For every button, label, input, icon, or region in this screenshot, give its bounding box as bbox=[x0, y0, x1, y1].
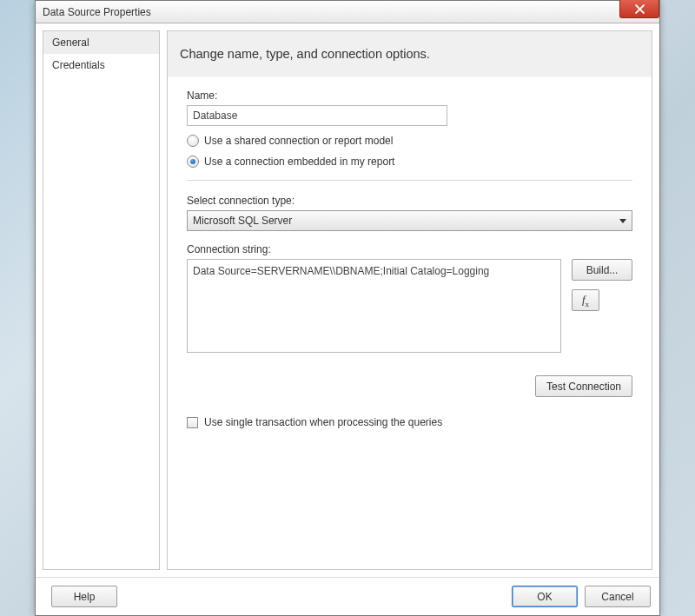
help-button[interactable]: Help bbox=[51, 586, 117, 607]
dialog-footer: Help OK Cancel bbox=[36, 577, 659, 615]
window-title: Data Source Properties bbox=[43, 6, 151, 18]
radio-shared-row[interactable]: Use a shared connection or report model bbox=[187, 135, 632, 147]
fx-icon: fx bbox=[582, 293, 589, 308]
close-button[interactable] bbox=[619, 0, 659, 18]
connection-string-row: Build... fx bbox=[187, 259, 632, 353]
data-source-properties-dialog: Data Source Properties General Credentia… bbox=[35, 0, 660, 616]
radio-shared-label: Use a shared connection or report model bbox=[204, 135, 393, 147]
sidebar-item-label: Credentials bbox=[52, 59, 105, 71]
single-transaction-checkbox[interactable] bbox=[187, 417, 198, 428]
expression-button[interactable]: fx bbox=[572, 289, 599, 311]
radio-embedded-row[interactable]: Use a connection embedded in my report bbox=[187, 156, 632, 168]
test-connection-row: Test Connection bbox=[187, 375, 632, 397]
connection-type-value: Microsoft SQL Server bbox=[193, 215, 292, 227]
chevron-down-icon bbox=[619, 219, 626, 223]
radio-embedded-label: Use a connection embedded in my report bbox=[204, 156, 394, 168]
connection-string-input[interactable] bbox=[187, 259, 561, 353]
connection-type-label: Select connection type: bbox=[187, 195, 632, 207]
sidebar-item-label: General bbox=[52, 36, 89, 49]
connection-type-dropdown[interactable]: Microsoft SQL Server bbox=[187, 210, 632, 231]
name-label: Name: bbox=[187, 89, 632, 102]
radio-embedded[interactable] bbox=[187, 156, 199, 168]
content-panel: Change name, type, and connection option… bbox=[167, 30, 652, 570]
titlebar[interactable]: Data Source Properties bbox=[36, 1, 659, 23]
test-connection-button[interactable]: Test Connection bbox=[535, 375, 632, 397]
content-body: Name: Use a shared connection or report … bbox=[168, 77, 652, 569]
page-header: Change name, type, and connection option… bbox=[168, 31, 652, 77]
name-input[interactable] bbox=[187, 105, 447, 126]
sidebar-item-credentials[interactable]: Credentials bbox=[43, 54, 159, 76]
sidebar-item-general[interactable]: General bbox=[43, 31, 159, 54]
ok-button[interactable]: OK bbox=[512, 586, 578, 607]
single-transaction-label: Use single transaction when processing t… bbox=[204, 416, 442, 428]
single-transaction-row[interactable]: Use single transaction when processing t… bbox=[187, 416, 632, 428]
connection-string-label: Connection string: bbox=[187, 243, 632, 255]
sidebar: General Credentials bbox=[43, 30, 160, 570]
build-button[interactable]: Build... bbox=[572, 259, 632, 281]
dialog-body: General Credentials Change name, type, a… bbox=[36, 23, 659, 577]
close-icon bbox=[635, 4, 645, 14]
connection-side-buttons: Build... fx bbox=[572, 259, 632, 353]
radio-shared[interactable] bbox=[187, 135, 199, 147]
cancel-button[interactable]: Cancel bbox=[585, 586, 651, 607]
divider bbox=[187, 180, 632, 181]
